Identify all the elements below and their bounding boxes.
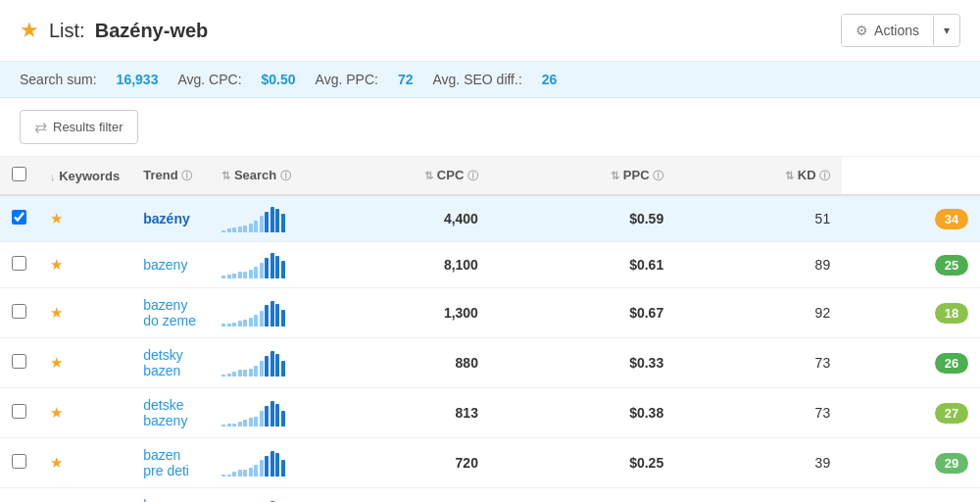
row-checkbox-cell (0, 338, 38, 388)
list-name: Bazény-web (95, 20, 209, 42)
row-checkbox[interactable] (12, 256, 26, 271)
row-checkbox[interactable] (12, 454, 26, 469)
header: ★ List: Bazény-web ⚙ Actions ▾ (0, 0, 980, 62)
row-cpc: $0.67 (490, 288, 675, 338)
table-row: ★bazeny8,100$0.618925 (0, 242, 980, 288)
row-star-cell: ★ (38, 288, 131, 338)
row-checkbox[interactable] (12, 210, 26, 225)
row-kd: 21 (842, 488, 980, 503)
table-row: ★lacne bazeny720$0.688421 (0, 488, 980, 503)
kd-badge: 26 (935, 353, 968, 374)
row-star-cell: ★ (38, 195, 131, 242)
header-trend[interactable]: Trend ⓘ (131, 157, 210, 195)
row-star-icon[interactable]: ★ (50, 256, 63, 273)
header-search[interactable]: ⇅ Search ⓘ (210, 157, 303, 195)
row-trend (210, 438, 303, 488)
row-cpc: $0.59 (490, 195, 675, 242)
avg-seo-value: 26 (542, 72, 558, 87)
row-ppc: 92 (675, 288, 842, 338)
header-kd[interactable]: ⇅ KD ⓘ (675, 157, 842, 195)
table-body: ★bazény4,400$0.595134★bazeny8,100$0.6189… (0, 195, 980, 502)
row-star-icon[interactable]: ★ (50, 404, 63, 421)
row-keyword[interactable]: lacne bazeny (131, 488, 210, 503)
row-star-cell: ★ (38, 488, 131, 503)
table-header-row: ↓ Keywords Trend ⓘ ⇅ Search ⓘ ⇅ CPC ⓘ (0, 157, 980, 195)
row-kd: 27 (842, 388, 980, 438)
search-sum-value: 16,933 (117, 72, 159, 87)
select-all-checkbox[interactable] (12, 167, 26, 181)
filter-icon: ⇄ (34, 118, 47, 136)
row-keyword[interactable]: bazeny do zeme (131, 288, 210, 338)
row-ppc: 84 (675, 488, 842, 503)
row-star-icon[interactable]: ★ (50, 210, 63, 226)
row-cpc: $0.38 (490, 388, 675, 438)
row-trend (210, 195, 303, 242)
kd-badge: 27 (935, 403, 968, 424)
table-row: ★bazeny do zeme1,300$0.679218 (0, 288, 980, 338)
row-trend (210, 242, 303, 288)
kd-badge: 34 (935, 209, 968, 229)
kd-badge: 29 (935, 453, 968, 474)
row-kd: 29 (842, 438, 980, 488)
row-checkbox-cell (0, 438, 38, 488)
row-keyword[interactable]: bazen pre deti (131, 438, 210, 488)
row-keyword[interactable]: detske bazeny (131, 388, 210, 438)
row-star-cell: ★ (38, 242, 131, 288)
kd-badge: 25 (935, 255, 968, 276)
actions-group[interactable]: ⚙ Actions ▾ (841, 14, 960, 47)
row-search: 4,400 (303, 195, 490, 242)
avg-cpc-value: $0.50 (262, 72, 296, 87)
row-trend (210, 338, 303, 388)
kd-info-icon: ⓘ (819, 170, 830, 181)
row-star-icon[interactable]: ★ (50, 454, 63, 471)
row-cpc: $0.33 (490, 338, 675, 388)
sort-arrow-icon: ↓ (50, 171, 56, 182)
row-trend (210, 388, 303, 438)
row-checkbox-cell (0, 488, 38, 503)
row-checkbox[interactable] (12, 404, 26, 419)
actions-button[interactable]: ⚙ Actions (842, 15, 933, 46)
sort-arrows-icon: ⇅ (221, 170, 230, 181)
row-search: 1,300 (303, 288, 490, 338)
row-checkbox-cell (0, 388, 38, 438)
actions-dropdown-button[interactable]: ▾ (933, 16, 959, 45)
table-row: ★detske bazeny813$0.387327 (0, 388, 980, 438)
filter-bar: ⇄ Results filter (0, 98, 980, 157)
row-ppc: 73 (675, 338, 842, 388)
row-keyword[interactable]: detsky bazen (131, 338, 210, 388)
results-filter-button[interactable]: ⇄ Results filter (20, 110, 138, 144)
trend-info-icon: ⓘ (181, 170, 192, 181)
header-cpc[interactable]: ⇅ CPC ⓘ (303, 157, 490, 195)
keywords-table: ↓ Keywords Trend ⓘ ⇅ Search ⓘ ⇅ CPC ⓘ (0, 157, 980, 502)
kd-badge: 18 (935, 303, 968, 324)
row-search: 880 (303, 338, 490, 388)
search-sum-label: Search sum: (20, 72, 97, 87)
row-star-cell: ★ (38, 338, 131, 388)
row-star-icon[interactable]: ★ (50, 354, 63, 371)
row-star-icon[interactable]: ★ (50, 304, 63, 321)
row-checkbox[interactable] (12, 304, 26, 319)
table-row: ★bazen pre deti720$0.253929 (0, 438, 980, 488)
row-search: 720 (303, 488, 490, 503)
header-ppc[interactable]: ⇅ PPC ⓘ (490, 157, 675, 195)
avg-ppc-value: 72 (398, 72, 414, 87)
search-info-icon: ⓘ (280, 170, 291, 181)
avg-cpc-label: Avg. CPC: (177, 72, 241, 87)
list-star-icon: ★ (20, 18, 39, 43)
row-cpc: $0.61 (490, 242, 675, 288)
row-checkbox[interactable] (12, 354, 26, 369)
row-ppc: 73 (675, 388, 842, 438)
row-kd: 26 (842, 338, 980, 388)
row-kd: 18 (842, 288, 980, 338)
row-keyword[interactable]: bazeny (131, 242, 210, 288)
header-keywords[interactable]: ↓ Keywords (38, 157, 131, 195)
actions-label: Actions (874, 23, 919, 38)
row-trend (210, 288, 303, 338)
row-kd: 25 (842, 242, 980, 288)
row-checkbox-cell (0, 288, 38, 338)
row-cpc: $0.25 (490, 438, 675, 488)
row-keyword[interactable]: bazény (131, 195, 210, 242)
stats-bar: Search sum: 16,933 Avg. CPC: $0.50 Avg. … (0, 62, 980, 98)
cpc-info-icon: ⓘ (467, 170, 478, 181)
page-title: ★ List: Bazény-web (20, 18, 208, 43)
